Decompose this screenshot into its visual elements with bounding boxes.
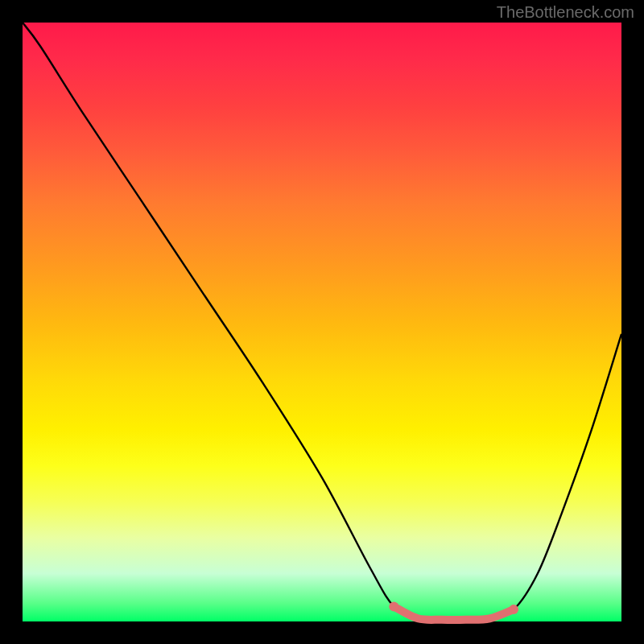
watermark-text: TheBottleneck.com	[497, 3, 634, 22]
plot-area	[23, 23, 621, 621]
highlight-end-dot	[509, 605, 518, 614]
bottleneck-curve	[23, 23, 621, 620]
curve-layer	[23, 23, 621, 621]
highlight-band	[394, 606, 514, 620]
highlight-start-dot	[389, 601, 398, 611]
